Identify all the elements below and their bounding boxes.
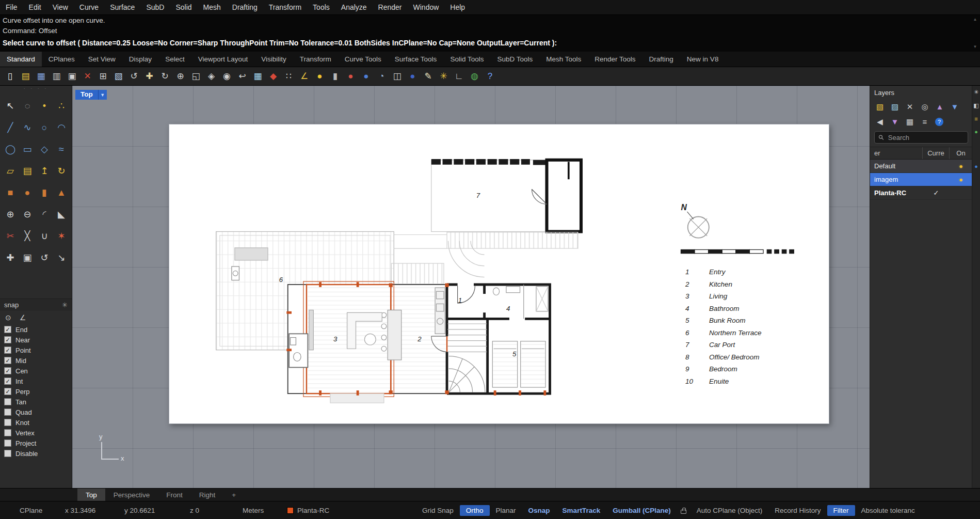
layer-on-bulb-icon[interactable] xyxy=(950,176,972,183)
smarttrack-osnap-icon[interactable]: ∠ xyxy=(20,313,26,322)
menu-item[interactable]: Surface xyxy=(104,0,140,15)
zoom-window-icon[interactable]: ◱ xyxy=(188,69,203,84)
menu-item[interactable]: SubD xyxy=(140,0,170,15)
shaded-display-icon[interactable]: ● xyxy=(343,69,358,84)
explode-icon[interactable]: ✶ xyxy=(53,225,70,247)
checkbox[interactable] xyxy=(4,398,11,405)
properties-panel-tab-icon[interactable]: ◧ xyxy=(973,102,978,109)
paste-icon[interactable]: ▧ xyxy=(111,69,126,84)
tab-new-in-v8[interactable]: New in V8 xyxy=(680,52,726,67)
collapse-panel-icon[interactable]: ◀ xyxy=(875,117,885,127)
osnap-option[interactable]: Mid xyxy=(0,355,72,366)
lock-objects-icon[interactable]: ▮ xyxy=(328,69,343,84)
osnap-option[interactable]: Knot xyxy=(0,417,72,428)
cplane-menu[interactable]: CPlane xyxy=(20,507,65,514)
earth-icon[interactable]: ◍ xyxy=(467,69,482,84)
selection-brush-icon[interactable]: ◌ xyxy=(19,95,36,117)
help-icon[interactable]: ? xyxy=(483,69,497,84)
tab-render-tools[interactable]: Render Tools xyxy=(588,52,642,67)
options-gear-icon[interactable]: ✳ xyxy=(436,69,451,84)
zoom-selected-icon[interactable]: ◉ xyxy=(219,69,234,84)
display-panel-tab-icon[interactable]: ● xyxy=(974,129,978,135)
undo-icon[interactable]: ↺ xyxy=(126,69,141,84)
delete-layer-icon[interactable]: ✕ xyxy=(905,102,914,112)
checkbox[interactable] xyxy=(4,439,11,447)
cone-icon[interactable]: ▲ xyxy=(53,182,70,203)
vp-tab-top[interactable]: Top xyxy=(77,489,105,501)
cylinder-icon[interactable]: ▮ xyxy=(36,182,53,203)
helix-icon[interactable]: ≈ xyxy=(53,138,70,160)
scale-icon[interactable]: ↘ xyxy=(53,247,70,269)
menu-item[interactable]: Drafting xyxy=(227,0,263,15)
gumball-button[interactable]: Gumball (CPlane) xyxy=(606,505,677,516)
copy-to-clipboard-icon[interactable]: ▣ xyxy=(65,69,79,84)
ghosted-display-icon[interactable]: ◔ xyxy=(374,69,389,84)
osnap-option[interactable]: Project xyxy=(0,438,72,448)
render-preview-icon[interactable]: ● xyxy=(405,69,420,84)
move-layer-up-icon[interactable]: ▲ xyxy=(935,102,944,111)
tab-viewport-layout[interactable]: Viewport Layout xyxy=(191,52,255,67)
layer-list-view-icon[interactable]: ≡ xyxy=(920,117,929,127)
palette-drag-handle[interactable] xyxy=(0,86,72,93)
extrude-icon[interactable]: ↥ xyxy=(36,160,53,182)
units-menu[interactable]: Meters xyxy=(243,507,287,514)
boolean-union-icon[interactable]: ⊕ xyxy=(2,203,19,225)
osnap-option[interactable]: Point xyxy=(0,345,72,355)
menu-item[interactable]: Window xyxy=(408,0,445,15)
trim-icon[interactable]: ✂ xyxy=(2,225,19,247)
vp-tab-front[interactable]: Front xyxy=(158,489,191,501)
rotate-icon[interactable]: ↺ xyxy=(36,247,53,269)
osnap-option[interactable]: End xyxy=(0,324,72,335)
osnap-option[interactable]: Cen xyxy=(0,366,72,376)
checkbox[interactable] xyxy=(4,408,11,416)
osnap-option[interactable]: Near xyxy=(0,335,72,345)
menu-item[interactable]: File xyxy=(0,0,23,15)
hide-show-lightbulb-icon[interactable]: ● xyxy=(312,69,327,84)
layer-on-bulb-icon[interactable] xyxy=(950,162,972,170)
boolean-difference-icon[interactable]: ⊖ xyxy=(19,203,36,225)
floor-plan-canvas[interactable]: N 1 2 3 4 5 xyxy=(169,124,829,424)
osnap-option[interactable]: Int xyxy=(0,376,72,386)
tab-mesh-tools[interactable]: Mesh Tools xyxy=(539,52,588,67)
loft-icon[interactable]: ▤ xyxy=(19,160,36,182)
top-viewport[interactable]: Top xyxy=(72,86,870,488)
polyline-icon[interactable]: ╱ xyxy=(2,117,19,138)
fillet-icon[interactable]: ◜ xyxy=(36,203,53,225)
viewport-layout-icon[interactable]: ▦ xyxy=(250,69,265,84)
osnap-button[interactable]: Osnap xyxy=(522,505,556,516)
box-icon[interactable]: ■ xyxy=(2,182,19,203)
auto-cplane-button[interactable]: Auto CPlane (Object) xyxy=(690,505,769,516)
zoom-extents-icon[interactable]: ◈ xyxy=(204,69,219,84)
tab-solid-tools[interactable]: Solid Tools xyxy=(443,52,490,67)
menu-item[interactable]: View xyxy=(47,0,74,15)
checkbox[interactable] xyxy=(4,419,11,426)
menu-item[interactable]: Tools xyxy=(307,0,335,15)
checkbox[interactable] xyxy=(4,336,11,343)
split-icon[interactable]: ╳ xyxy=(19,225,36,247)
rendered-display-icon[interactable]: ● xyxy=(359,69,374,84)
vp-tab-right[interactable]: Right xyxy=(191,489,224,501)
tab-subd-tools[interactable]: SubD Tools xyxy=(490,52,539,67)
layer-row[interactable]: Planta-RC xyxy=(870,186,972,200)
scroll-up-icon[interactable] xyxy=(973,17,977,22)
menu-item[interactable]: Edit xyxy=(23,0,47,15)
checkbox[interactable] xyxy=(4,450,11,457)
current-layer-check-icon[interactable] xyxy=(923,189,950,197)
checkbox[interactable] xyxy=(4,429,11,436)
selection-window-icon[interactable]: ◫ xyxy=(390,69,405,84)
zoom-dynamic-icon[interactable]: ⊕ xyxy=(173,69,188,84)
tab-standard[interactable]: Standard xyxy=(0,52,42,67)
lock-icon[interactable] xyxy=(680,506,687,514)
filter-button[interactable]: Filter xyxy=(827,505,855,516)
print-icon[interactable]: ▥ xyxy=(49,69,64,84)
tab-select[interactable]: Select xyxy=(158,52,191,67)
circle-icon[interactable]: ○ xyxy=(36,117,53,138)
pan-icon[interactable]: ✚ xyxy=(142,69,157,84)
arc-icon[interactable]: ◠ xyxy=(53,117,70,138)
osnap-option[interactable]: Tan xyxy=(0,397,72,407)
vp-tab-perspective[interactable]: Perspective xyxy=(105,489,158,501)
move-layer-down-icon[interactable]: ▼ xyxy=(950,102,959,111)
tab-visibility[interactable]: Visibility xyxy=(254,52,293,67)
layer-grid-view-icon[interactable]: ▦ xyxy=(905,117,914,127)
chamfer-icon[interactable]: ◣ xyxy=(53,203,70,225)
